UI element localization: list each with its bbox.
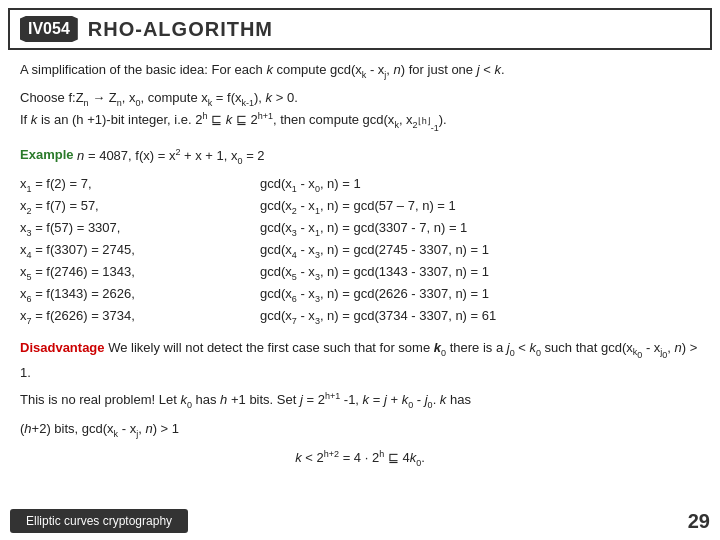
disadvantage-p2: This is no real problem! Let k0 has h +1… <box>20 389 700 412</box>
list-item: x2 = f(7) = 57, <box>20 196 250 218</box>
list-item: gcd(x4 - x3, n) = gcd(2745 - 3307, n) = … <box>260 240 700 262</box>
slide-title: RHO-ALGORITHM <box>88 18 273 41</box>
list-item: x4 = f(3307) = 2745, <box>20 240 250 262</box>
disadvantage-label: Disadvantage <box>20 340 105 355</box>
example-header: Example n = 4087, f(x) = x2 + x + 1, x0 … <box>20 145 700 167</box>
example-grid: x1 = f(2) = 7, x2 = f(7) = 57, x3 = f(57… <box>20 174 700 328</box>
list-item: gcd(x1 - x0, n) = 1 <box>260 174 700 196</box>
example-right: gcd(x1 - x0, n) = 1 gcd(x2 - x1, n) = gc… <box>260 174 700 328</box>
example-label: Example <box>20 148 73 163</box>
example-left: x1 = f(2) = 7, x2 = f(7) = 57, x3 = f(57… <box>20 174 250 328</box>
footer: Elliptic curves cryptography 29 <box>0 502 720 540</box>
slide-id-badge: IV054 <box>20 16 78 42</box>
list-item: x3 = f(57) = 3307, <box>20 218 250 240</box>
list-item: x1 = f(2) = 7, <box>20 174 250 196</box>
list-item: gcd(x5 - x3, n) = gcd(1343 - 3307, n) = … <box>260 262 700 284</box>
example-section: Example n = 4087, f(x) = x2 + x + 1, x0 … <box>20 145 700 327</box>
disadvantage-p1: Disadvantage We likely will not detect t… <box>20 338 700 384</box>
list-item: x7 = f(2626) = 3734, <box>20 306 250 328</box>
list-item: x6 = f(1343) = 2626, <box>20 284 250 306</box>
list-item: x5 = f(2746) = 1343, <box>20 262 250 284</box>
list-item: gcd(x7 - x3, n) = gcd(3734 - 3307, n) = … <box>260 306 700 328</box>
disadvantage-section: Disadvantage We likely will not detect t… <box>20 338 700 470</box>
list-item: gcd(x6 - x3, n) = gcd(2626 - 3307, n) = … <box>260 284 700 306</box>
header: IV054 RHO-ALGORITHM <box>8 8 712 50</box>
content-area: A simplification of the basic idea: For … <box>20 60 700 470</box>
intro-paragraph: A simplification of the basic idea: For … <box>20 60 700 82</box>
disadvantage-p3: (h+2) bits, gcd(xk - xj, n) > 1 <box>20 419 700 441</box>
example-params: n = 4087, f(x) = x2 + x + 1, x0 = 2 <box>77 148 264 163</box>
list-item: gcd(x3 - x1, n) = gcd(3307 - 7, n) = 1 <box>260 218 700 240</box>
footer-label: Elliptic curves cryptography <box>10 509 188 533</box>
list-item: gcd(x2 - x1, n) = gcd(57 – 7, n) = 1 <box>260 196 700 218</box>
page-number: 29 <box>688 510 710 533</box>
inequality-line: k < 2h+2 = 4 · 2h ⊑ 4k0. <box>20 447 700 470</box>
choose-paragraph: Choose f:Zn → Zn, x0, compute xk = f(xk-… <box>20 88 700 135</box>
